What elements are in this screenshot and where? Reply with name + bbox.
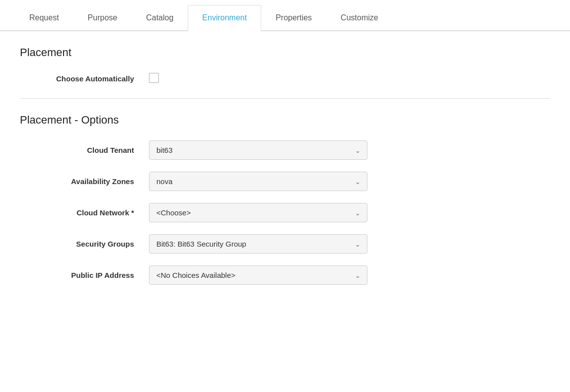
availability-zones-control: nova ⌄ (149, 172, 367, 191)
cloud-tenant-select-wrapper: bit63 ⌄ (149, 140, 367, 160)
choose-automatically-control (149, 73, 367, 84)
placement-section: Placement Choose Automatically (20, 46, 550, 88)
tab-properties[interactable]: Properties (261, 5, 326, 31)
tab-catalog[interactable]: Catalog (132, 5, 188, 31)
cloud-tenant-select[interactable]: bit63 (149, 140, 367, 160)
public-ip-address-select[interactable]: <No Choices Available> (149, 265, 367, 285)
cloud-network-label: Cloud Network * (20, 208, 149, 217)
public-ip-address-select-wrapper: <No Choices Available> ⌄ (149, 265, 367, 285)
tab-environment[interactable]: Environment (188, 5, 261, 31)
cloud-network-select-wrapper: <Choose> ⌄ (149, 203, 367, 222)
public-ip-address-label: Public IP Address (20, 271, 149, 279)
availability-zones-select[interactable]: nova (149, 172, 367, 191)
security-groups-select-wrapper: Bit63: Bit63 Security Group ⌄ (149, 234, 367, 254)
section-divider (20, 98, 550, 99)
placement-title: Placement (20, 46, 550, 59)
cloud-network-select[interactable]: <Choose> (149, 203, 367, 222)
availability-zones-select-wrapper: nova ⌄ (149, 172, 367, 191)
tabs-navigation: Request Purpose Catalog Environment Prop… (0, 5, 570, 31)
security-groups-control: Bit63: Bit63 Security Group ⌄ (149, 234, 367, 254)
placement-options-title: Placement - Options (20, 114, 550, 127)
tab-customize[interactable]: Customize (326, 5, 393, 31)
security-groups-select[interactable]: Bit63: Bit63 Security Group (149, 234, 367, 254)
cloud-network-control: <Choose> ⌄ (149, 203, 367, 222)
cloud-tenant-control: bit63 ⌄ (149, 140, 367, 160)
tab-purpose[interactable]: Purpose (73, 5, 132, 31)
public-ip-address-row: Public IP Address <No Choices Available>… (20, 261, 550, 289)
cloud-tenant-label: Cloud Tenant (20, 146, 149, 154)
availability-zones-label: Availability Zones (20, 177, 149, 186)
options-form: Cloud Tenant bit63 ⌄ Availability Zones … (20, 136, 550, 289)
cloud-network-row: Cloud Network * <Choose> ⌄ (20, 199, 550, 226)
choose-automatically-checkbox[interactable] (149, 73, 159, 83)
availability-zones-row: Availability Zones nova ⌄ (20, 168, 550, 195)
security-groups-label: Security Groups (20, 240, 149, 248)
main-content: Placement Choose Automatically Placement… (0, 31, 570, 308)
choose-automatically-row: Choose Automatically (20, 69, 550, 88)
tab-request[interactable]: Request (15, 5, 73, 31)
public-ip-address-control: <No Choices Available> ⌄ (149, 265, 367, 285)
choose-automatically-label: Choose Automatically (20, 74, 149, 83)
cloud-tenant-row: Cloud Tenant bit63 ⌄ (20, 136, 550, 164)
placement-options-section: Placement - Options Cloud Tenant bit63 ⌄… (20, 114, 550, 289)
security-groups-row: Security Groups Bit63: Bit63 Security Gr… (20, 230, 550, 258)
